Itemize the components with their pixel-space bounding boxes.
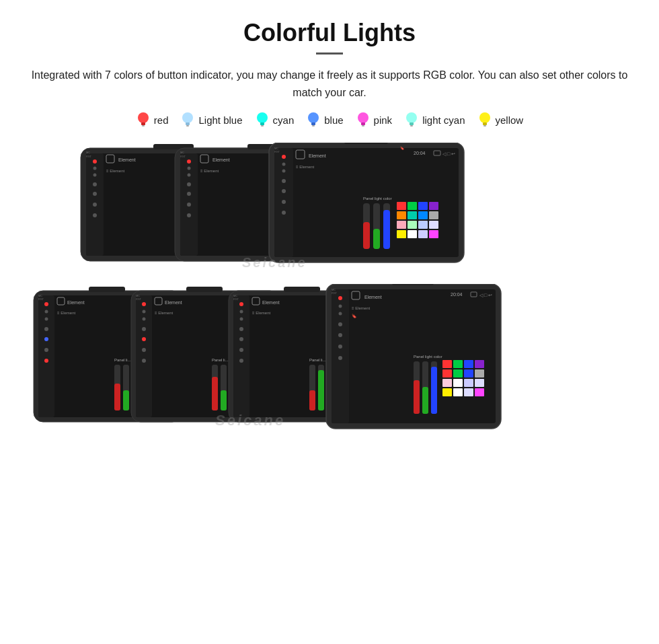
svg-rect-99 <box>418 211 428 219</box>
svg-point-116 <box>45 318 48 321</box>
svg-text:MC: MC <box>180 151 184 154</box>
svg-point-180 <box>338 296 342 300</box>
svg-rect-135 <box>136 295 152 417</box>
svg-rect-208 <box>453 369 463 378</box>
color-labels: red Light blue cyan blue <box>0 110 659 143</box>
svg-text:Panel li...: Panel li... <box>309 358 326 362</box>
svg-text:◁ □ ↩: ◁ □ ↩ <box>479 293 492 297</box>
svg-rect-203 <box>442 360 452 368</box>
svg-point-31 <box>93 203 97 207</box>
bulb-icon-yellow <box>477 110 492 129</box>
svg-rect-204 <box>453 360 463 368</box>
svg-rect-172 <box>309 390 315 410</box>
svg-rect-14 <box>362 125 364 127</box>
svg-point-9 <box>308 112 319 123</box>
svg-rect-202 <box>431 367 437 414</box>
svg-rect-205 <box>464 360 473 368</box>
svg-rect-98 <box>408 211 417 219</box>
svg-rect-10 <box>311 122 315 125</box>
color-name-blue: blue <box>324 114 343 126</box>
color-label-yellow: yellow <box>477 110 524 129</box>
svg-rect-5 <box>186 125 189 127</box>
svg-rect-100 <box>429 211 438 219</box>
svg-point-161 <box>239 327 243 331</box>
svg-point-117 <box>44 327 48 331</box>
svg-point-119 <box>44 348 48 352</box>
svg-rect-212 <box>453 379 463 387</box>
svg-rect-152 <box>221 390 227 410</box>
color-name-lightblue: Light blue <box>198 114 242 126</box>
svg-rect-95 <box>418 202 428 210</box>
svg-rect-4 <box>186 122 190 125</box>
svg-text:Element: Element <box>118 157 136 162</box>
device-row-top-svg: Element MC RST ≡ Element Panel <box>27 143 632 284</box>
svg-rect-157 <box>233 295 249 417</box>
svg-rect-90 <box>373 229 380 249</box>
svg-text:🔖: 🔖 <box>400 146 405 151</box>
svg-rect-210 <box>475 369 484 378</box>
svg-rect-97 <box>397 211 406 219</box>
svg-rect-1 <box>141 122 145 125</box>
svg-point-137 <box>143 310 146 314</box>
description: Integrated with 7 colors of button indic… <box>0 67 659 110</box>
svg-rect-106 <box>408 230 417 238</box>
svg-point-49 <box>188 167 191 170</box>
svg-rect-8 <box>261 125 264 127</box>
svg-rect-130 <box>123 390 129 410</box>
svg-text:≡  Element: ≡ Element <box>57 311 76 315</box>
svg-point-158 <box>239 302 243 306</box>
device-row-bottom: Element MC RST ≡ Element Panel li... <box>27 284 632 445</box>
svg-rect-16 <box>410 122 414 125</box>
svg-point-141 <box>142 348 146 352</box>
svg-point-183 <box>338 322 342 326</box>
watermark-top: Seicane <box>242 255 307 270</box>
svg-point-28 <box>93 174 97 177</box>
color-name-lightcyan: light cyan <box>422 114 465 126</box>
svg-text:MC: MC <box>86 151 90 154</box>
svg-text:≡  Element: ≡ Element <box>155 311 173 315</box>
svg-point-140 <box>142 337 146 341</box>
svg-rect-102 <box>408 221 417 229</box>
svg-rect-198 <box>414 380 420 414</box>
color-name-pink: pink <box>374 114 393 126</box>
svg-rect-107 <box>418 230 428 238</box>
svg-text:RST: RST <box>136 297 142 301</box>
svg-point-142 <box>142 359 146 363</box>
svg-point-74 <box>282 189 286 193</box>
svg-point-12 <box>358 112 369 123</box>
svg-point-163 <box>239 348 243 352</box>
svg-point-48 <box>187 159 191 164</box>
svg-point-73 <box>282 179 286 183</box>
svg-text:≡  Element: ≡ Element <box>200 169 219 173</box>
bulb-icon-cyan <box>255 110 270 129</box>
svg-text:20:04: 20:04 <box>451 292 463 297</box>
color-label-blue: blue <box>306 110 343 129</box>
svg-rect-214 <box>475 379 484 387</box>
svg-point-27 <box>93 167 97 170</box>
svg-point-114 <box>44 302 48 306</box>
svg-text:RST: RST <box>233 297 239 301</box>
svg-rect-200 <box>422 387 428 414</box>
svg-text:Element: Element <box>309 153 326 158</box>
svg-text:RST: RST <box>38 297 44 301</box>
watermark-bottom: Seicane <box>215 412 285 429</box>
svg-text:Panel li...: Panel li... <box>114 358 131 362</box>
svg-rect-17 <box>410 125 413 127</box>
svg-point-18 <box>479 112 490 123</box>
svg-rect-2 <box>142 125 145 127</box>
svg-text:RST: RST <box>180 155 186 158</box>
svg-rect-150 <box>212 377 218 410</box>
svg-text:◁ □ ↩: ◁ □ ↩ <box>442 151 455 156</box>
svg-text:≡  Element: ≡ Element <box>106 169 125 173</box>
svg-text:≡  Element: ≡ Element <box>252 311 271 315</box>
svg-rect-216 <box>453 388 463 396</box>
svg-point-50 <box>188 174 191 177</box>
color-name-cyan: cyan <box>273 114 295 126</box>
svg-point-52 <box>187 192 191 196</box>
svg-rect-103 <box>418 221 428 229</box>
svg-point-159 <box>240 310 243 314</box>
svg-point-72 <box>282 170 286 173</box>
svg-rect-206 <box>475 360 484 368</box>
svg-text:Element: Element <box>262 300 280 305</box>
color-label-cyan: cyan <box>255 110 295 129</box>
